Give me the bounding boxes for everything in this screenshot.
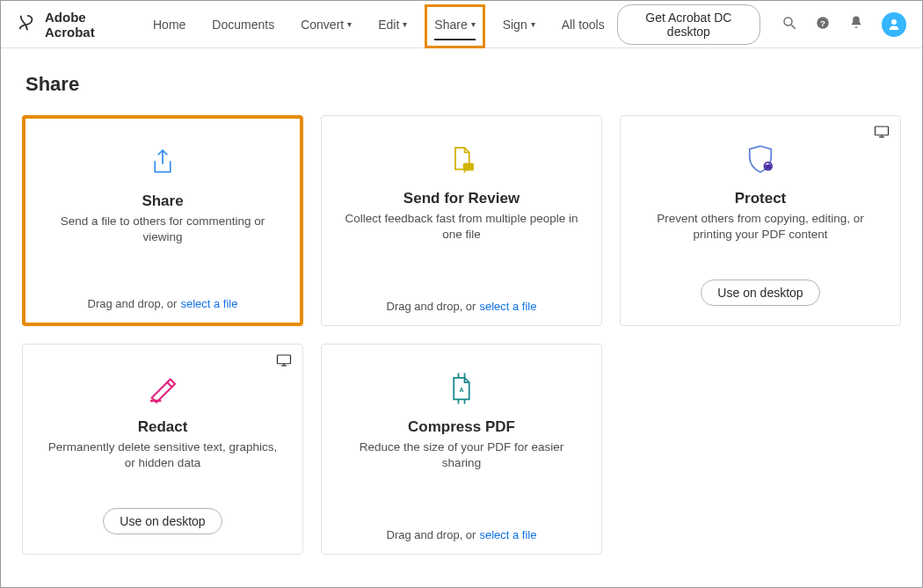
nav-home[interactable]: Home [151,14,187,35]
nav-documents[interactable]: Documents [210,14,276,35]
card-desc: Permanently delete sensitive text, graph… [37,439,288,471]
svg-text:A: A [459,387,463,393]
nav-sign[interactable]: Sign▾ [501,14,537,35]
card-title: Share [142,192,183,210]
card-title: Send for Review [403,190,520,207]
card-protect[interactable]: Protect Prevent others from copying, edi… [620,115,901,326]
svg-rect-9 [765,164,771,169]
redact-marker-icon [144,364,181,413]
search-icon[interactable] [781,15,797,34]
svg-rect-5 [876,127,889,135]
use-on-desktop-button[interactable]: Use on desktop [701,279,819,306]
card-compress[interactable]: A Compress PDF Reduce the size of your P… [321,344,602,555]
review-file-icon [443,135,480,185]
select-file-link[interactable]: select a file [479,528,536,541]
card-desc: Reduce the size of your PDF for easier s… [336,439,587,471]
card-redact[interactable]: Redact Permanently delete sensitive text… [22,344,303,555]
card-grid: Share Send a file to others for commenti… [22,115,901,555]
brand[interactable]: Adobe Acrobat [17,10,121,40]
svg-point-0 [784,18,792,25]
select-file-link[interactable]: select a file [479,300,536,313]
acrobat-logo-icon [17,13,36,36]
card-review[interactable]: Send for Review Collect feedback fast fr… [321,115,602,326]
use-on-desktop-button[interactable]: Use on desktop [103,508,222,534]
main-nav: Home Documents Convert▾ Edit▾ Share▾ Sig… [151,14,607,35]
topbar: Adobe Acrobat Home Documents Convert▾ Ed… [1,1,922,48]
nav-convert[interactable]: Convert▾ [299,14,353,35]
top-icon-bar: ? [781,12,906,37]
svg-text:?: ? [820,18,825,27]
page-title: Share [25,73,901,96]
chevron-down-icon: ▾ [403,19,407,29]
chevron-down-icon: ▾ [531,19,535,29]
brand-name: Adobe Acrobat [45,10,121,40]
page: Share Share Send a file to others for co… [1,48,922,576]
svg-rect-4 [463,163,474,171]
svg-line-1 [791,25,796,29]
chevron-down-icon: ▾ [471,19,476,29]
card-title: Redact [138,418,188,436]
desktop-only-icon [874,125,890,142]
get-desktop-button[interactable]: Get Acrobat DC desktop [617,4,760,45]
drop-area[interactable]: Drag and drop, or select a file [88,297,238,310]
compress-pdf-icon: A [443,364,480,413]
card-title: Protect [735,190,787,207]
share-upload-icon [144,138,181,187]
nav-all-tools[interactable]: All tools [560,14,607,35]
card-desc: Prevent others from copying, editing, or… [635,211,886,243]
desktop-only-icon [276,353,292,371]
drop-area[interactable]: Drag and drop, or select a file [387,528,537,541]
bell-icon[interactable] [848,15,864,34]
card-title: Compress PDF [408,418,515,436]
card-share[interactable]: Share Send a file to others for commenti… [22,115,303,326]
avatar[interactable] [882,12,906,37]
help-icon[interactable]: ? [815,15,831,34]
svg-rect-10 [278,355,291,364]
drop-area[interactable]: Drag and drop, or select a file [387,300,537,313]
nav-share[interactable]: Share▾ [425,4,484,48]
card-desc: Send a file to others for commenting or … [40,214,286,245]
protect-shield-icon [742,135,779,185]
chevron-down-icon: ▾ [347,19,352,29]
nav-edit[interactable]: Edit▾ [376,14,409,35]
select-file-link[interactable]: select a file [180,297,237,310]
card-desc: Collect feedback fast from multiple peop… [336,211,587,243]
